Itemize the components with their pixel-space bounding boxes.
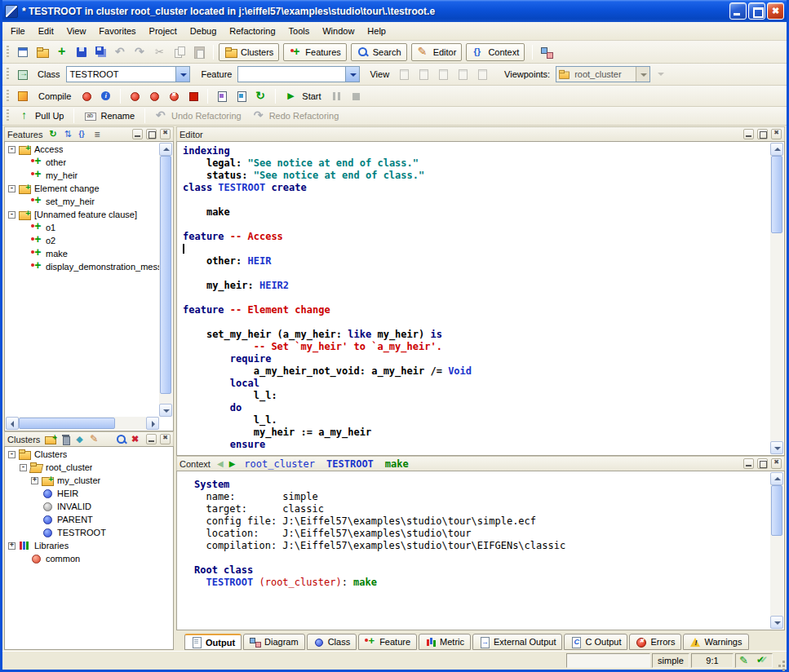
scroll-down-arrow[interactable]: [159, 404, 172, 417]
tree-item-my-cluster[interactable]: +my_cluster: [6, 474, 172, 487]
undo-refactoring-button[interactable]: Undo Refactoring: [150, 108, 246, 124]
viewpoints-combobox[interactable]: root_cluster: [556, 66, 650, 82]
tab-warnings[interactable]: Warnings: [683, 634, 748, 650]
clusters-toggle-button[interactable]: Clusters: [219, 43, 279, 61]
tab-feature[interactable]: Feature: [358, 634, 417, 650]
scroll-down-arrow[interactable]: [770, 441, 783, 454]
viewpoint-menu-icon[interactable]: [652, 65, 670, 83]
tab-output[interactable]: Output: [184, 634, 242, 650]
collapse-toggle[interactable]: -: [8, 211, 16, 219]
redo-icon[interactable]: [131, 43, 149, 61]
class-combobox[interactable]: TESTROOT: [66, 66, 190, 82]
tree-item-testroot[interactable]: TESTROOT: [6, 526, 172, 539]
features-toggle-button[interactable]: Features: [283, 43, 346, 61]
tree-item-element-change[interactable]: -Element change: [6, 182, 159, 195]
scroll-left-arrow[interactable]: [6, 417, 19, 430]
resize-grip[interactable]: [774, 653, 786, 668]
toolbar-grip[interactable]: [7, 90, 9, 103]
scroll-up-arrow[interactable]: [770, 472, 783, 485]
interface-view-icon[interactable]: [473, 65, 491, 83]
scroll-right-arrow[interactable]: [146, 417, 159, 430]
toolbar-grip[interactable]: [7, 109, 9, 122]
tree-item-other[interactable]: other: [6, 156, 159, 169]
search-icon[interactable]: [115, 433, 128, 445]
menu-file[interactable]: File: [4, 24, 32, 38]
panel-maximize-button[interactable]: [146, 129, 157, 139]
scroll-up-arrow[interactable]: [159, 143, 172, 156]
close-button[interactable]: [767, 2, 784, 20]
features-hscrollbar[interactable]: [6, 417, 159, 430]
menu-help[interactable]: Help: [361, 24, 392, 38]
tab-class[interactable]: Class: [307, 634, 357, 650]
panel-close-button[interactable]: [160, 434, 171, 444]
refresh-icon[interactable]: [252, 87, 270, 105]
undo-icon[interactable]: [112, 43, 130, 61]
menu-project[interactable]: Project: [143, 24, 184, 38]
bp-stop-icon[interactable]: [165, 87, 183, 105]
breadcrumb-testroot[interactable]: TESTROOT: [326, 458, 374, 470]
panel-minimize-button[interactable]: [146, 434, 157, 444]
menu-view[interactable]: View: [60, 24, 93, 38]
chevron-down-icon[interactable]: [345, 67, 359, 82]
tab-c-output[interactable]: C Output: [564, 634, 627, 650]
expand-toggle[interactable]: +: [31, 477, 38, 484]
sync-state-icon[interactable]: [756, 652, 770, 670]
expand-toggle[interactable]: +: [8, 542, 16, 550]
breadcrumb-root-cluster[interactable]: root_cluster: [244, 458, 315, 470]
panel-close-button[interactable]: [771, 129, 782, 139]
stop-icon[interactable]: [348, 87, 366, 105]
bp-clear-icon[interactable]: [184, 87, 202, 105]
tree-item-display-demonstration-messa[interactable]: display_demonstration_messa: [6, 260, 159, 273]
menu-tools[interactable]: Tools: [282, 24, 317, 38]
tab-errors[interactable]: Errors: [629, 634, 681, 650]
sort-icon[interactable]: [62, 128, 75, 140]
maximize-button[interactable]: [748, 2, 765, 20]
cut-icon[interactable]: [151, 43, 169, 61]
delete-icon[interactable]: [60, 433, 73, 445]
feature-combobox[interactable]: [237, 66, 360, 82]
context-vscrollbar[interactable]: [770, 472, 783, 629]
flat-view-icon[interactable]: [434, 65, 452, 83]
collapse-toggle[interactable]: -: [8, 451, 16, 458]
menu-favorites[interactable]: Favorites: [92, 24, 142, 38]
collapse-toggle[interactable]: -: [8, 146, 16, 153]
copy-icon[interactable]: [171, 43, 188, 61]
tree-item-o1[interactable]: o1: [6, 221, 159, 234]
contract-view-icon[interactable]: [454, 65, 472, 83]
tab-metric[interactable]: Metric: [419, 634, 471, 650]
clickable-view-icon[interactable]: [414, 65, 432, 83]
tab-external-output[interactable]: External Output: [472, 634, 562, 650]
panel-maximize-button[interactable]: [757, 129, 768, 139]
panel-close-button[interactable]: [771, 458, 782, 469]
toolbar-grip[interactable]: [7, 68, 9, 81]
history-forward-button[interactable]: ▶: [228, 459, 237, 468]
tree-item-clusters[interactable]: -Clusters: [6, 448, 172, 461]
debug-menu-icon[interactable]: [78, 87, 95, 105]
open-file-icon[interactable]: [33, 43, 51, 61]
editor-vscrollbar[interactable]: [770, 143, 783, 454]
tree-item-set-my-heir[interactable]: set_my_heir: [6, 195, 159, 208]
close-red-icon[interactable]: [130, 433, 143, 445]
tree-item-o2[interactable]: o2: [6, 234, 159, 247]
menu-refactoring[interactable]: Refactoring: [223, 24, 281, 38]
features-vscrollbar[interactable]: [159, 143, 172, 417]
panel-maximize-button[interactable]: [757, 458, 768, 469]
collapse-toggle[interactable]: -: [8, 185, 16, 192]
start-button[interactable]: Start: [281, 88, 326, 104]
new-window-icon[interactable]: [14, 43, 32, 61]
tree-item-heir[interactable]: HEIR: [6, 487, 172, 500]
class-tool-icon[interactable]: [14, 65, 32, 83]
tree-item-libraries[interactable]: +Libraries: [6, 539, 172, 552]
chevron-down-icon[interactable]: [636, 67, 649, 82]
edit-state-icon[interactable]: [738, 652, 752, 670]
diamond-icon[interactable]: [74, 433, 87, 445]
diagram-icon[interactable]: [538, 43, 556, 61]
breadcrumb-make[interactable]: make: [385, 458, 409, 470]
menu-debug[interactable]: Debug: [184, 24, 223, 38]
chevron-down-icon[interactable]: [175, 67, 189, 82]
add-icon[interactable]: [53, 43, 71, 61]
save-all-icon[interactable]: [92, 43, 110, 61]
toolbar-grip[interactable]: [7, 46, 9, 59]
code-editor[interactable]: indexing legal: "See notice at end of cl…: [178, 143, 770, 454]
panel-minimize-button[interactable]: [743, 129, 754, 139]
